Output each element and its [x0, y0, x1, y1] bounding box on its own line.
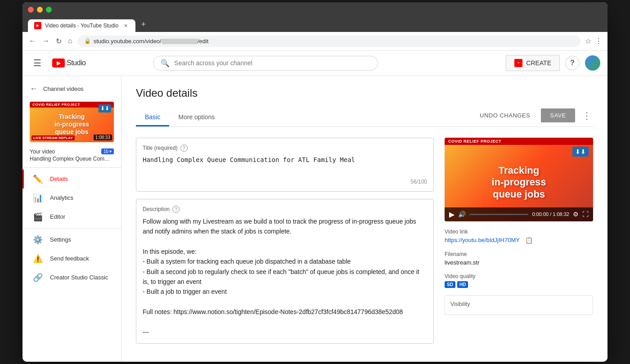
- quality-hd-badge: HD: [457, 281, 468, 288]
- header-actions: + CREATE ?: [506, 55, 600, 71]
- title-input[interactable]: [143, 155, 427, 174]
- undo-changes-button[interactable]: UNDO CHANGES: [474, 108, 536, 122]
- video-link-section: Video link https://youtu.be/bIdJjIH70MY …: [445, 229, 593, 244]
- url-field[interactable]: 🔒 studio.youtube.com/video//edit: [78, 36, 580, 47]
- sidebar-item-details[interactable]: ✏️ Details: [22, 170, 121, 189]
- description-text[interactable]: Follow along with my Livestream as we bu…: [143, 216, 427, 337]
- page-title: Video details: [136, 87, 593, 99]
- preview-section: COVID RELIEF PROJECT ⬇⬇ Trackingin-progr…: [445, 138, 593, 351]
- preview-bookmark-icon: ⬇⬇: [572, 147, 589, 157]
- sidebar-video-title: Handling Complex Queue Communi...: [30, 156, 114, 162]
- studio-logo-text: Studio: [67, 59, 86, 67]
- video-quality-section: Video quality SD HD: [445, 273, 593, 288]
- home-button[interactable]: ⌂: [67, 36, 73, 46]
- tab-list: Basic More options: [136, 109, 224, 126]
- title-field[interactable]: Title (required) ? 56/100: [136, 138, 434, 192]
- hamburger-menu-button[interactable]: ☰: [30, 54, 45, 72]
- analytics-icon: 📊: [33, 193, 43, 203]
- description-help-icon[interactable]: ?: [172, 206, 180, 213]
- visibility-section: Visibility: [445, 295, 593, 315]
- more-icon[interactable]: ⋮: [595, 37, 602, 45]
- preview-covid-banner: COVID RELIEF PROJECT: [445, 138, 593, 145]
- sidebar-item-analytics[interactable]: 📊 Analytics: [22, 189, 121, 207]
- back-button[interactable]: ←: [28, 36, 37, 46]
- fullscreen-icon[interactable]: ⛶: [582, 211, 589, 218]
- filename-label: Filename: [445, 251, 593, 257]
- sidebar-item-settings[interactable]: ⚙️ Settings: [22, 230, 121, 249]
- tab-close-button[interactable]: ×: [122, 22, 129, 29]
- tab-basic[interactable]: Basic: [136, 109, 169, 126]
- search-bar[interactable]: 🔍: [153, 56, 378, 71]
- thumbnail-title-text: Trackingin-progressqueue jobs: [51, 104, 93, 139]
- title-help-icon[interactable]: ?: [180, 144, 188, 152]
- reload-button[interactable]: ↻: [55, 36, 63, 46]
- title-field-label: Title (required) ?: [143, 144, 427, 152]
- content-area: Video details Basic More options UNDO CH…: [122, 76, 608, 362]
- youtube-favicon: [34, 22, 41, 29]
- back-to-channel-videos[interactable]: ← Channel videos: [22, 80, 121, 98]
- bookmark-icon-thumb: ⬇⬇: [99, 104, 111, 112]
- filename-value: livestream.str: [445, 259, 593, 266]
- browser-action-buttons: ☆ ⋮: [585, 37, 602, 45]
- forward-button[interactable]: →: [41, 36, 50, 46]
- address-bar: ← → ↻ ⌂ 🔒 studio.youtube.com/video//edit…: [22, 32, 608, 51]
- progress-bar[interactable]: [469, 214, 528, 215]
- description-field[interactable]: Description ? Follow along with my Lives…: [136, 199, 434, 344]
- sidebar-item-send-feedback[interactable]: ⚠️ Send feedback: [22, 249, 121, 268]
- create-video-icon: +: [514, 59, 522, 67]
- browser-tab-active[interactable]: Video details - YouTube Studio ×: [28, 19, 135, 32]
- creator-studio-icon: 🔗: [33, 273, 43, 283]
- time-display: 0:00:00 / 1:08:32: [532, 211, 569, 217]
- form-preview-row: Title (required) ? 56/100 Description ?: [136, 138, 593, 351]
- quality-sd-badge: SD: [445, 281, 455, 288]
- create-button[interactable]: + CREATE: [506, 55, 560, 71]
- tabs-actions-row: Basic More options UNDO CHANGES SAVE ⋮: [136, 108, 593, 127]
- more-options-button[interactable]: ⋮: [580, 108, 593, 123]
- title-counter: 56/100: [143, 179, 427, 185]
- sidebar-item-creator-studio[interactable]: 🔗 Creator Studio Classic: [22, 268, 121, 287]
- video-preview[interactable]: COVID RELIEF PROJECT ⬇⬇ Trackingin-progr…: [445, 138, 593, 221]
- video-link[interactable]: https://youtu.be/bIdJjIH70MY: [445, 237, 520, 243]
- feedback-icon: ⚠️: [33, 254, 43, 264]
- search-icon: 🔍: [161, 59, 170, 67]
- traffic-light-red[interactable]: [28, 7, 34, 13]
- quality-badges: SD HD: [445, 281, 593, 288]
- back-arrow-icon: ←: [30, 84, 38, 94]
- sidebar-video-info: Your video 1b ▾ Handling Complex Queue C…: [22, 146, 121, 166]
- tab-more-options[interactable]: More options: [169, 109, 224, 126]
- settings-icon[interactable]: ⚙: [573, 211, 579, 218]
- video-link-label: Video link: [445, 229, 593, 235]
- studio-logo[interactable]: ▶ Studio: [52, 58, 86, 67]
- sidebar-divider-2: [22, 228, 121, 229]
- settings-icon: ⚙️: [33, 235, 43, 245]
- play-button[interactable]: ▶: [449, 210, 454, 219]
- copy-link-button[interactable]: 📋: [525, 237, 533, 244]
- lock-icon: 🔒: [84, 38, 91, 44]
- save-button[interactable]: SAVE: [541, 108, 575, 122]
- app-header: ☰ ▶ Studio 🔍 + CREATE ?: [22, 51, 608, 76]
- sidebar-item-editor[interactable]: 🎬 Editor: [22, 207, 121, 226]
- search-input[interactable]: [174, 59, 370, 67]
- filename-section: Filename livestream.str: [445, 251, 593, 266]
- avatar[interactable]: [585, 55, 600, 71]
- traffic-light-yellow[interactable]: [37, 7, 43, 13]
- livestream-badge: LIVE STREAM REPLAY: [32, 135, 75, 140]
- description-field-label: Description ?: [143, 206, 427, 213]
- youtube-logo-icon: ▶: [52, 58, 65, 67]
- sidebar-video-thumbnail[interactable]: COVID RELIEF PROJECT ⬇⬇ Trackingin-progr…: [30, 102, 114, 142]
- volume-icon[interactable]: 🔊: [458, 211, 466, 218]
- channel-badge[interactable]: 1b ▾: [101, 148, 114, 154]
- tab-title: Video details - YouTube Studio: [45, 22, 118, 29]
- help-button[interactable]: ?: [565, 56, 580, 70]
- tab-actions: UNDO CHANGES SAVE ⋮: [474, 108, 593, 126]
- thumbnail-image: COVID RELIEF PROJECT ⬇⬇ Trackingin-progr…: [30, 102, 114, 142]
- thumbnail-duration: 1:08:33: [94, 135, 112, 140]
- new-tab-button[interactable]: +: [136, 17, 150, 32]
- bookmark-icon[interactable]: ☆: [585, 37, 591, 45]
- form-section: Title (required) ? 56/100 Description ?: [136, 138, 434, 351]
- url-text: studio.youtube.com/video//edit: [94, 38, 574, 45]
- editor-icon: 🎬: [33, 212, 43, 222]
- your-video-label: Your video: [30, 148, 55, 155]
- preview-title-text: Trackingin-progressqueue jobs: [484, 151, 553, 207]
- traffic-light-green[interactable]: [46, 7, 52, 13]
